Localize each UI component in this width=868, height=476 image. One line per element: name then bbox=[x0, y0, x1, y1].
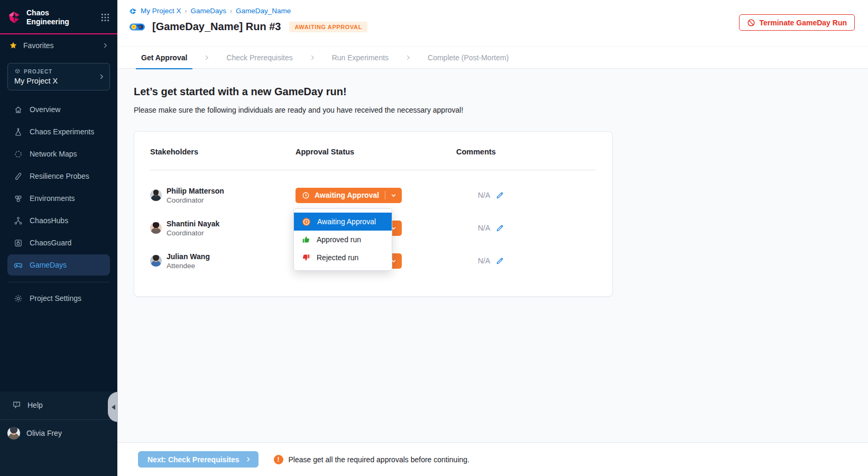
approval-status-menu: Awaiting Approval Approved run bbox=[293, 208, 392, 271]
sidebar-divider bbox=[7, 282, 110, 282]
gear-icon bbox=[14, 294, 23, 303]
star-icon bbox=[9, 41, 17, 50]
help-chat-icon: ? bbox=[12, 400, 21, 409]
sidebar-item-chaoshubs[interactable]: ChaosHubs bbox=[7, 210, 110, 231]
table-header: Stakeholders Approval Status Comments bbox=[150, 148, 596, 170]
step-tabs: Get Approval Check Prerequisites Run Exp… bbox=[117, 47, 868, 69]
warning-icon: ! bbox=[274, 455, 283, 464]
content-subheading: Please make sure the following individua… bbox=[134, 106, 868, 114]
breadcrumb-gamedays[interactable]: GameDays bbox=[191, 7, 227, 15]
favorites-label: Favorites bbox=[23, 41, 96, 50]
chevron-right-icon bbox=[245, 456, 252, 463]
home-icon bbox=[14, 105, 23, 114]
sidebar-item-gamedays[interactable]: GameDays bbox=[7, 254, 110, 276]
sidebar-collapse-handle[interactable] bbox=[108, 392, 118, 422]
menu-item-rejected-run[interactable]: Rejected run bbox=[294, 249, 392, 267]
tab-run-experiments[interactable]: Run Experiments bbox=[327, 47, 394, 69]
footer-action-bar: Next: Check Prerequisites ! Please get a… bbox=[117, 442, 868, 476]
network-map-icon bbox=[14, 150, 23, 159]
content-heading: Let’s get started with a new GameDay run… bbox=[134, 86, 868, 98]
sidebar-item-network-maps[interactable]: Network Maps bbox=[7, 143, 110, 164]
sidebar-item-help[interactable]: ? Help bbox=[0, 391, 117, 416]
button-divider bbox=[385, 191, 385, 199]
stakeholder-name: Philip Matterson bbox=[167, 186, 224, 196]
user-name: Olivia Frey bbox=[26, 429, 62, 437]
table-rows: Philip Matterson Coordinator Awaiting Ap… bbox=[150, 179, 596, 277]
user-avatar bbox=[7, 427, 20, 440]
user-profile[interactable]: Olivia Frey bbox=[0, 420, 117, 440]
sidebar-item-favorites[interactable]: Favorites bbox=[0, 34, 117, 56]
comment-value: N/A bbox=[478, 257, 490, 265]
comment-cell: N/A bbox=[456, 191, 596, 199]
menu-item-approved-run[interactable]: Approved run bbox=[294, 231, 392, 249]
next-check-prerequisites-button[interactable]: Next: Check Prerequisites bbox=[138, 451, 258, 468]
tab-complete-post-mortem[interactable]: Complete (Post-Mortem) bbox=[422, 47, 514, 69]
stakeholder: Philip Matterson Coordinator bbox=[150, 186, 296, 204]
approval-status-dropdown-button[interactable]: Awaiting Approval bbox=[296, 188, 402, 203]
project-selector[interactable]: PROJECT My Project X bbox=[7, 63, 110, 90]
brand-name: Chaos Engineering bbox=[26, 8, 95, 26]
main-area: My Project X › GameDays › GameDay_Name [… bbox=[117, 0, 868, 476]
chevron-down-icon bbox=[390, 192, 397, 199]
lock-icon bbox=[14, 239, 23, 248]
breadcrumb-separator: › bbox=[185, 7, 187, 15]
table-row: Philip Matterson Coordinator Awaiting Ap… bbox=[150, 179, 596, 212]
stakeholder: Shantini Nayak Coordinator bbox=[150, 219, 296, 237]
menu-item-awaiting-approval[interactable]: Awaiting Approval bbox=[294, 213, 392, 231]
environments-icon bbox=[14, 194, 23, 203]
sidebar: Chaos Engineering Favorites PROJECT My P… bbox=[0, 0, 117, 476]
brand: Chaos Engineering bbox=[0, 0, 117, 34]
hub-network-icon bbox=[14, 216, 23, 225]
breadcrumb-separator: › bbox=[230, 7, 232, 15]
sidebar-item-resilience-probes[interactable]: Resilience Probes bbox=[7, 166, 110, 187]
avatar bbox=[150, 222, 162, 234]
sidebar-item-environments[interactable]: Environments bbox=[7, 188, 110, 209]
tab-get-approval[interactable]: Get Approval bbox=[136, 47, 192, 69]
project-mini-logo-icon bbox=[129, 7, 137, 15]
stakeholder-role: Attendee bbox=[167, 262, 210, 270]
sidebar-footer: ? Help Olivia Frey bbox=[0, 391, 117, 476]
edit-comment-icon[interactable] bbox=[496, 257, 504, 265]
avatar bbox=[150, 255, 162, 267]
page-title: [GameDay_Name] Run #3 bbox=[152, 21, 281, 33]
comment-cell: N/A bbox=[456, 257, 596, 265]
svg-text:?: ? bbox=[15, 402, 17, 406]
awaiting-clock-icon bbox=[302, 217, 311, 226]
sidebar-item-chaos-experiments[interactable]: Chaos Experiments bbox=[7, 121, 110, 142]
project-name: My Project X bbox=[14, 77, 96, 85]
sidebar-item-chaosguard[interactable]: ChaosGuard bbox=[7, 232, 110, 253]
chevron-right-icon bbox=[309, 54, 316, 61]
stakeholder-role: Coordinator bbox=[167, 229, 219, 237]
cancel-circle-icon bbox=[747, 19, 755, 27]
probe-icon bbox=[14, 172, 23, 181]
awaiting-clock-icon bbox=[302, 191, 310, 199]
terminate-gameday-run-button[interactable]: Terminate GameDay Run bbox=[739, 14, 855, 31]
tab-check-prerequisites[interactable]: Check Prerequisites bbox=[221, 47, 298, 69]
app-grid-icon[interactable] bbox=[100, 13, 110, 22]
approval-status-cell: Awaiting Approval bbox=[296, 179, 456, 212]
chevron-right-icon bbox=[98, 73, 105, 80]
sidebar-item-overview[interactable]: Overview bbox=[7, 99, 110, 120]
stakeholder-role: Coordinator bbox=[167, 196, 224, 204]
stakeholder-name: Julian Wang bbox=[167, 252, 210, 262]
thumbs-down-icon bbox=[302, 253, 310, 262]
avatar bbox=[150, 189, 162, 201]
content: Let’s get started with a new GameDay run… bbox=[117, 69, 868, 442]
page-header: My Project X › GameDays › GameDay_Name [… bbox=[117, 0, 868, 47]
sidebar-nav: Overview Chaos Experiments Network Maps … bbox=[0, 99, 117, 309]
chevron-right-icon bbox=[101, 42, 109, 49]
edit-comment-icon[interactable] bbox=[496, 224, 504, 232]
project-kicker: PROJECT bbox=[14, 68, 96, 75]
breadcrumb-project[interactable]: My Project X bbox=[141, 7, 181, 15]
stakeholder: Julian Wang Attendee bbox=[150, 252, 296, 270]
edit-comment-icon[interactable] bbox=[496, 191, 504, 199]
sidebar-item-project-settings[interactable]: Project Settings bbox=[7, 288, 110, 309]
comment-value: N/A bbox=[478, 224, 490, 232]
stakeholder-name: Shantini Nayak bbox=[167, 219, 219, 229]
stakeholders-card: Stakeholders Approval Status Comments Ph… bbox=[134, 131, 613, 297]
cube-icon bbox=[14, 68, 21, 75]
breadcrumb-gameday-name[interactable]: GameDay_Name bbox=[236, 7, 291, 15]
warning-text: Please get all the required approvals be… bbox=[289, 455, 469, 464]
gamepad-color-icon bbox=[129, 22, 145, 32]
chevron-right-icon bbox=[203, 54, 210, 61]
